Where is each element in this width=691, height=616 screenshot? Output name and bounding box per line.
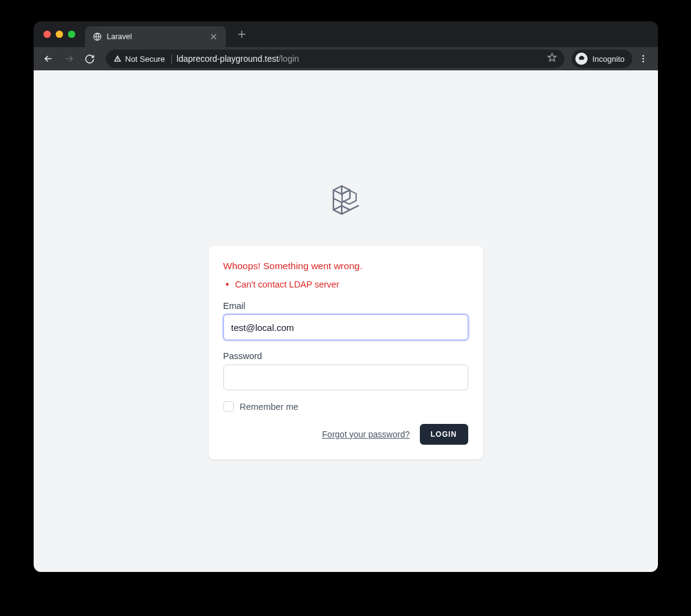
address-bar[interactable]: Not Secure ldaprecord-playground.test/lo… xyxy=(106,50,564,68)
svg-rect-1 xyxy=(117,58,118,59)
browser-menu-button[interactable] xyxy=(635,50,652,67)
back-button[interactable] xyxy=(40,50,57,67)
tab-title: Laravel xyxy=(107,32,204,41)
remember-me-checkbox[interactable] xyxy=(223,401,234,412)
forward-button[interactable] xyxy=(61,50,78,67)
svg-point-5 xyxy=(642,55,644,57)
forgot-password-link[interactable]: Forgot your password? xyxy=(322,429,409,439)
window-controls xyxy=(43,31,75,38)
tab-bar: Laravel xyxy=(34,21,658,47)
url-text: ldaprecord-playground.test/login xyxy=(177,54,542,64)
close-window-button[interactable] xyxy=(43,31,51,38)
svg-point-7 xyxy=(642,61,644,62)
email-field[interactable] xyxy=(223,314,468,340)
password-label: Password xyxy=(223,351,468,361)
svg-point-6 xyxy=(642,58,644,60)
laravel-logo-icon xyxy=(324,184,367,229)
incognito-badge[interactable]: Incognito xyxy=(572,50,632,68)
login-card: Whoops! Something went wrong. Can't cont… xyxy=(209,246,483,459)
minimize-window-button[interactable] xyxy=(56,31,63,38)
browser-tab[interactable]: Laravel xyxy=(85,26,226,47)
browser-toolbar: Not Secure ldaprecord-playground.test/lo… xyxy=(34,47,658,70)
password-field[interactable] xyxy=(223,365,468,390)
error-list: Can't contact LDAP server xyxy=(223,279,468,290)
remember-me-label: Remember me xyxy=(240,402,299,412)
warning-icon xyxy=(113,54,122,63)
bookmark-button[interactable] xyxy=(547,53,557,65)
browser-window: Laravel xyxy=(34,21,658,572)
security-label: Not Secure xyxy=(125,54,165,64)
close-tab-button[interactable] xyxy=(209,32,219,42)
globe-icon xyxy=(92,32,102,42)
login-button[interactable]: LOGIN xyxy=(420,424,468,445)
incognito-label: Incognito xyxy=(592,54,625,64)
incognito-icon xyxy=(575,53,588,65)
email-label: Email xyxy=(223,301,468,311)
error-item: Can't contact LDAP server xyxy=(223,279,468,290)
security-indicator[interactable]: Not Secure xyxy=(113,54,172,64)
page-content: Whoops! Something went wrong. Can't cont… xyxy=(34,70,658,572)
svg-rect-2 xyxy=(117,60,118,61)
reload-button[interactable] xyxy=(81,50,99,67)
error-title: Whoops! Something went wrong. xyxy=(223,261,468,272)
form-actions: Forgot your password? LOGIN xyxy=(223,424,468,445)
maximize-window-button[interactable] xyxy=(68,31,75,38)
remember-me-row: Remember me xyxy=(223,401,468,412)
new-tab-button[interactable] xyxy=(233,26,250,43)
